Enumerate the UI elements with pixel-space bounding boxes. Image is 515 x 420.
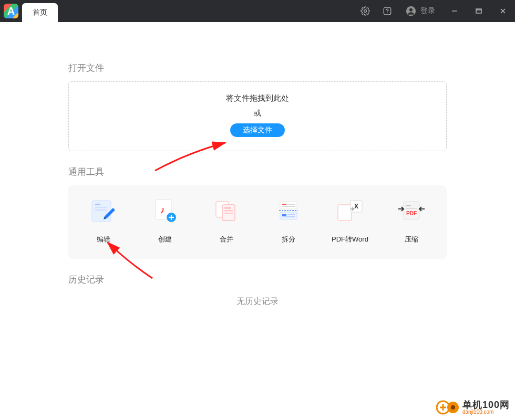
tool-label: PDF转Word [332,235,368,244]
maximize-icon [475,7,482,15]
edit-icon [88,198,119,223]
svg-rect-31 [282,214,286,216]
logo-a-icon: A [4,4,18,18]
svg-rect-38 [406,205,411,206]
tool-pdf-to-word[interactable]: X PDF转Word [319,195,380,247]
avatar-icon [406,6,416,16]
svg-point-4 [409,8,413,12]
svg-rect-33 [282,216,295,217]
watermark-logo-icon [436,399,459,416]
content-wrap: 打开文件 将文件拖拽到此处 或 选择文件 通用工具 编辑 [68,47,447,307]
watermark: 单机100网 danji100.com [436,399,510,416]
tools-row: 编辑 创建 [68,185,447,259]
gear-icon [360,6,370,16]
question-icon [383,6,392,16]
svg-rect-27 [287,204,295,205]
tool-create[interactable]: 创建 [134,195,195,247]
select-file-button[interactable]: 选择文件 [230,123,285,137]
dropzone-hint-2: 或 [254,109,261,118]
watermark-en: danji100.com [462,410,510,415]
tool-label: 压缩 [405,235,418,244]
svg-point-45 [451,405,455,410]
svg-rect-10 [92,201,111,222]
section-title-history: 历史记录 [68,274,447,286]
svg-rect-13 [95,209,107,211]
close-icon [499,7,507,15]
svg-rect-24 [224,213,233,214]
tool-compress[interactable]: PDF 压缩 [381,195,442,247]
svg-rect-23 [224,210,233,212]
tab-label: 首页 [33,8,47,17]
svg-rect-22 [224,207,231,209]
login-button[interactable]: 登录 [398,6,442,16]
app-logo: A [0,0,22,22]
login-label: 登录 [420,6,435,16]
tool-label: 编辑 [97,235,110,244]
tool-edit[interactable]: 编辑 [73,195,134,247]
create-icon [150,198,180,223]
settings-button[interactable] [354,0,376,22]
section-title-tools: 通用工具 [68,166,447,178]
dropzone[interactable]: 将文件拖拽到此处 或 选择文件 [68,81,447,151]
pdf-to-word-icon: X [335,198,365,223]
svg-text:X: X [354,203,358,210]
watermark-cn: 单机100网 [462,400,510,410]
svg-rect-34 [338,205,352,220]
svg-text:PDF: PDF [406,211,417,216]
section-title-open-file: 打开文件 [68,62,447,74]
window-maximize-button[interactable] [467,0,491,22]
help-button[interactable] [376,0,398,22]
tool-split[interactable]: 拆分 [258,195,319,247]
compress-icon: PDF [396,198,427,223]
minimize-icon [451,7,458,15]
svg-rect-26 [282,204,286,205]
window-minimize-button[interactable] [442,0,467,22]
tool-merge[interactable]: 合并 [196,195,258,247]
svg-rect-11 [95,204,100,205]
svg-rect-28 [282,206,295,207]
window-close-button[interactable] [491,0,515,22]
svg-point-2 [387,13,387,13]
merge-icon [211,198,242,223]
tab-home[interactable]: 首页 [22,3,58,22]
svg-rect-6 [476,9,481,13]
svg-rect-32 [287,214,295,215]
history-empty-message: 无历史记录 [68,296,447,307]
tool-label: 合并 [220,235,233,244]
split-icon [273,198,304,223]
svg-rect-12 [95,207,107,208]
svg-rect-39 [406,208,417,209]
titlebar: A 首页 登录 [0,0,515,22]
tool-label: 拆分 [282,235,295,244]
svg-point-0 [364,10,367,13]
dropzone-hint-1: 将文件拖拽到此处 [226,93,289,103]
tool-label: 创建 [158,235,172,244]
content-area: 打开文件 将文件拖拽到此处 或 选择文件 通用工具 编辑 [0,22,515,420]
